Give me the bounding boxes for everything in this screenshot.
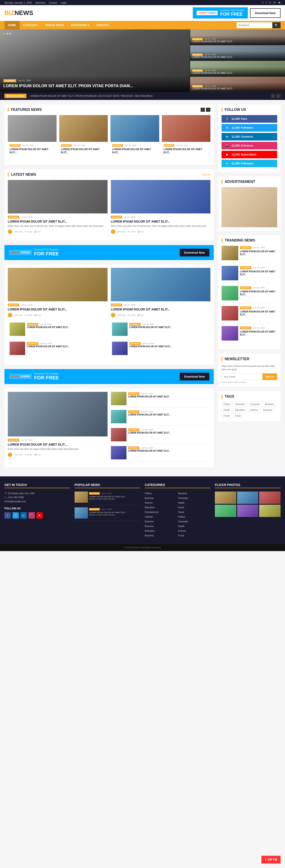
footer-photo-3[interactable] xyxy=(259,492,281,504)
footer-cat-health-1[interactable]: Health xyxy=(178,501,211,505)
news2-article-2: BUSINESS Jan 01, 2045 LOREM IPSUM DOLOR … xyxy=(111,268,211,317)
tag-health[interactable]: Health xyxy=(221,408,232,412)
thumb-content-4: BUSINESS Jan 05, 2045 LOREM IPSUM DOLOR … xyxy=(129,342,209,355)
facebook-icon-top[interactable]: f xyxy=(266,1,267,4)
newsletter-signup-button[interactable]: Sign Up xyxy=(262,373,277,380)
tag-business-1[interactable]: Business xyxy=(234,402,247,407)
footer-photo-4[interactable] xyxy=(215,505,236,517)
dot-1[interactable] xyxy=(3,33,5,35)
view-all-link[interactable]: View All xyxy=(202,173,210,176)
twitter-count: 12,345 xyxy=(231,126,240,129)
breaking-prev-button[interactable]: ‹ xyxy=(271,94,275,98)
footer-cat-foods-1[interactable]: Foods xyxy=(178,505,211,509)
facebook-follow-btn[interactable]: f 12,345 Fans xyxy=(221,115,277,123)
linkedin-icon-top[interactable]: in xyxy=(269,1,271,4)
footer-cat-politics-2[interactable]: Politics xyxy=(178,515,211,519)
contact-link[interactable]: Contact xyxy=(49,1,57,4)
footer-news-item-1: BUSINESS Jan 01, 2045 LOREM IPSUM DOLOR … xyxy=(75,492,140,505)
dot-3[interactable] xyxy=(9,33,11,35)
footer-tw-btn[interactable]: 𝕏 xyxy=(12,512,19,519)
footer-cat-lifestyle[interactable]: Lifestyle xyxy=(145,515,177,519)
instagram-label: Followers xyxy=(241,144,253,147)
tag-politics[interactable]: Politics xyxy=(221,402,233,407)
footer-cat-business-5[interactable]: Business xyxy=(145,534,177,537)
footer-photo-5[interactable] xyxy=(237,505,258,517)
footer-ig-btn[interactable]: 📷 xyxy=(29,512,35,519)
footer-cat-business-2[interactable]: Business xyxy=(145,496,177,500)
instagram-follow-btn[interactable]: 📷 12,345 Followers xyxy=(221,142,277,149)
tag-travel[interactable]: Travel xyxy=(233,413,243,418)
featured-date-2: Jan 01, 2045 xyxy=(74,144,85,147)
footer-photo-2[interactable] xyxy=(237,492,258,504)
tag-foods[interactable]: Foods xyxy=(221,413,232,418)
follow-us-header: FOLLOW US xyxy=(221,108,277,112)
vimeo-follow-btn[interactable]: v 12,345 Followers xyxy=(221,160,277,167)
author-name-2: John Doe xyxy=(117,230,126,233)
hero-side-overlay-3: BUSINESS Jan 01, 2045 LOREM IPSUM DOLOR … xyxy=(190,67,285,76)
news3-art-meta: John Doe 👁 12345 💬 125 xyxy=(8,453,108,457)
hero-side-1: BUSINESS Jan 01, 2045 LOREM IPSUM DOLOR … xyxy=(190,29,285,45)
featured-next-button[interactable]: › xyxy=(206,108,210,112)
login-link[interactable]: Login xyxy=(61,1,67,4)
footer-cat-travel[interactable]: Travel xyxy=(178,510,211,514)
googleplus-icon-top[interactable]: G+ xyxy=(273,1,277,4)
news3-small-title-4: LOREM IPSUM DOLOR SIT AMET ELIT... xyxy=(128,450,171,452)
download-now-header-button[interactable]: Download Now xyxy=(250,8,281,18)
side-date-1: Jan 01, 2045 xyxy=(204,38,216,40)
trending-content-4: BUSINESS Jan 05, 2045 LOREM IPSUM DOLOR … xyxy=(240,306,277,320)
footer-cat-science-2[interactable]: Science xyxy=(178,529,211,533)
html-codex-badge: <html> CODEX xyxy=(196,10,218,16)
nav-dropdown[interactable]: DROPDOWN ▾ xyxy=(68,21,93,29)
news3-small-date-4: Jan 06, 2045 xyxy=(141,447,153,449)
footer-fb-btn[interactable]: f xyxy=(4,512,11,519)
advertise-link[interactable]: Advertise xyxy=(35,1,45,4)
breaking-news-bar: Breaking News LOREM IPSUM DOLOR SIT AMET… xyxy=(0,92,285,100)
footer-cat-politics-1[interactable]: Politics xyxy=(145,492,177,495)
linkedin-follow-btn[interactable]: in 12,345 Connects xyxy=(221,133,277,141)
tag-corporate[interactable]: Corporate xyxy=(248,402,262,407)
dot-2[interactable] xyxy=(6,33,8,35)
footer-photo-1[interactable] xyxy=(215,492,236,504)
footer-cat-business-1[interactable]: Business xyxy=(178,492,211,495)
tag-business-3[interactable]: Business xyxy=(261,408,274,412)
tag-business-2[interactable]: Business xyxy=(263,402,276,407)
footer-cat-entertainment[interactable]: Entertainment xyxy=(145,510,177,514)
youtube-follow-btn[interactable]: ▶ 12,345 Subscribers xyxy=(221,151,277,158)
footer-news-item-2: BUSINESS Jan 01, 2045 LOREM IPSUM DOLOR … xyxy=(75,507,140,521)
nav-home[interactable]: HOME xyxy=(4,21,20,29)
search-button[interactable]: 🔍 xyxy=(272,22,281,28)
nav-contact[interactable]: CONTACT xyxy=(93,21,113,29)
comments-icon-1: 💬 123 xyxy=(34,230,41,233)
twitter-follow-btn[interactable]: 𝕏 12,345 Followers xyxy=(221,124,277,132)
tag-science[interactable]: Science xyxy=(248,408,260,412)
footer-cat-health-2[interactable]: Health xyxy=(178,524,211,528)
footer-cat-education-1[interactable]: Education xyxy=(145,505,177,509)
footer-cat-foods-2[interactable]: Foods xyxy=(178,534,211,537)
ad-download-button-1[interactable]: Download Now xyxy=(180,249,209,256)
footer-cat-education-2[interactable]: Education xyxy=(145,529,177,533)
newsletter-email-input[interactable] xyxy=(221,373,262,380)
footer-cat-business-3[interactable]: Business xyxy=(145,520,177,523)
twitter-icon-top[interactable]: 𝕏 xyxy=(262,1,264,4)
latest-img-1 xyxy=(8,180,108,213)
ad-download-button-2[interactable]: Download Now xyxy=(180,373,209,380)
footer-cat-science-1[interactable]: Science xyxy=(145,501,177,505)
trending-img-1 xyxy=(221,246,238,260)
featured-prev-button[interactable]: ‹ xyxy=(201,108,205,112)
news-grid-2: BUSINESS Jan 01, 2045 LOREM IPSUM DOLOR … xyxy=(8,268,210,317)
tag-education[interactable]: Education xyxy=(233,408,247,412)
youtube-icon-top[interactable]: ▶ xyxy=(279,1,281,4)
trending-content-3: BUSINESS Jan 05, 2045 LOREM IPSUM DOLOR … xyxy=(240,286,277,301)
footer-cat-corporate-1[interactable]: Corporate xyxy=(178,496,211,500)
trending-content-5: BUSINESS Jan 05, 2045 LOREM IPSUM DOLOR … xyxy=(240,326,277,341)
footer-cat-corporate-2[interactable]: Corporate xyxy=(178,520,211,523)
nav-category[interactable]: CATEGORY xyxy=(20,21,42,29)
footer-li-btn[interactable]: in xyxy=(21,512,27,519)
featured-news-nav: ‹ › xyxy=(201,108,210,112)
search-input[interactable] xyxy=(237,22,272,28)
footer-yt-btn[interactable]: ▶ xyxy=(37,512,43,519)
footer-photo-6[interactable] xyxy=(259,505,281,517)
breaking-next-button[interactable]: › xyxy=(276,94,281,98)
nav-single-news[interactable]: SINGLE NEWS xyxy=(42,21,68,29)
footer-cat-business-4[interactable]: Business xyxy=(145,524,177,528)
